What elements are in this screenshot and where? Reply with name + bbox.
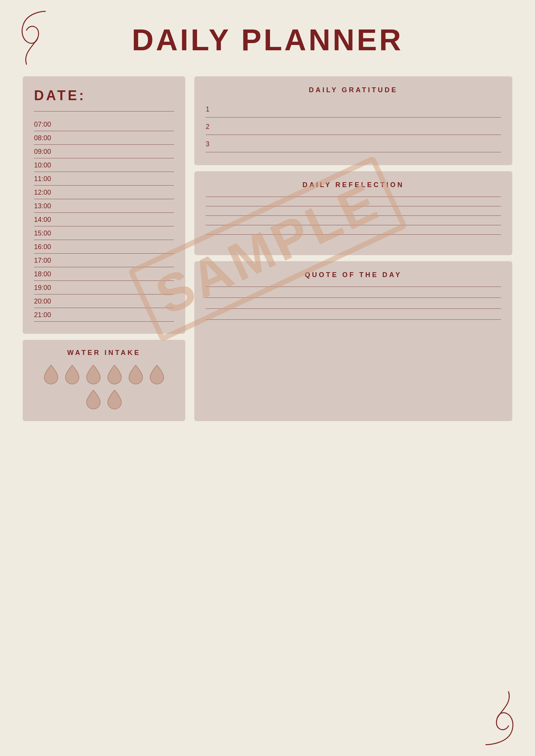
time-slot: 21:00	[34, 309, 174, 322]
time-slot: 16:00	[34, 241, 174, 254]
left-panel: DATE: 07:0008:0009:0010:0011:0012:0013:0…	[23, 76, 185, 421]
content-area: DATE: 07:0008:0009:0010:0011:0012:0013:0…	[0, 76, 535, 421]
time-slot: 18:00	[34, 268, 174, 281]
water-drop-icon	[43, 364, 59, 385]
time-slot: 19:00	[34, 282, 174, 294]
time-label: 14:00	[34, 216, 60, 224]
quote-line	[206, 297, 501, 298]
time-slot: 12:00	[34, 186, 174, 199]
gratitude-title: DAILY GRATITUDE	[206, 86, 501, 94]
time-label: 16:00	[34, 243, 60, 251]
time-label: 07:00	[34, 121, 60, 129]
schedule-box: DATE: 07:0008:0009:0010:0011:0012:0013:0…	[23, 76, 185, 334]
quote-lines	[206, 287, 501, 320]
reflection-line	[206, 206, 501, 206]
date-label: DATE:	[34, 88, 174, 104]
reflection-lines	[206, 197, 501, 235]
water-drop-icon	[85, 364, 102, 385]
time-label: 13:00	[34, 202, 60, 210]
reflection-box: DAILY REFELECTION	[194, 171, 512, 255]
time-label: 10:00	[34, 161, 60, 169]
water-drop-icon	[85, 389, 102, 410]
gratitude-items: 123	[206, 102, 501, 152]
time-label: 11:00	[34, 175, 60, 183]
time-slot: 13:00	[34, 200, 174, 213]
gratitude-number: 3	[206, 140, 217, 148]
water-drop-icon	[149, 364, 165, 385]
reflection-line	[206, 234, 501, 235]
quote-line	[206, 319, 501, 320]
date-input-line	[34, 111, 174, 112]
time-label: 18:00	[34, 270, 60, 278]
gratitude-item: 1	[206, 102, 501, 118]
time-slot: 20:00	[34, 295, 174, 308]
time-label: 08:00	[34, 134, 60, 142]
time-label: 12:00	[34, 189, 60, 197]
gratitude-number: 2	[206, 123, 217, 131]
gratitude-number: 1	[206, 105, 217, 113]
time-slot: 17:00	[34, 254, 174, 267]
quote-title: QUOTE OF THE DAY	[206, 271, 501, 279]
time-slot: 10:00	[34, 159, 174, 172]
water-intake-title: WATER INTAKE	[34, 349, 174, 357]
swirl-bottom-decoration	[471, 684, 520, 748]
water-drop-icon	[64, 364, 81, 385]
time-label: 09:00	[34, 148, 60, 156]
water-drop-icon	[106, 389, 123, 410]
time-label: 20:00	[34, 297, 60, 305]
water-drop-icon	[127, 364, 144, 385]
water-intake-box: WATER INTAKE	[23, 340, 185, 421]
time-label: 21:00	[34, 311, 60, 319]
gratitude-item: 3	[206, 136, 501, 152]
swirl-top-decoration	[15, 8, 60, 68]
quote-line	[206, 308, 501, 309]
time-label: 19:00	[34, 284, 60, 292]
reflection-line	[206, 225, 501, 225]
time-label: 15:00	[34, 229, 60, 237]
time-label: 17:00	[34, 257, 60, 265]
time-slot: 07:00	[34, 118, 174, 131]
water-drop-icon	[106, 364, 123, 385]
page-title: DAILY PLANNER	[0, 0, 535, 76]
time-slot: 08:00	[34, 132, 174, 145]
quote-box: QUOTE OF THE DAY	[194, 261, 512, 421]
time-slot: 09:00	[34, 146, 174, 158]
quote-line	[206, 287, 501, 287]
gratitude-item: 2	[206, 119, 501, 135]
right-panel: DAILY GRATITUDE 123 DAILY REFELECTION QU…	[194, 76, 512, 421]
time-slot: 15:00	[34, 227, 174, 240]
reflection-title: DAILY REFELECTION	[206, 181, 501, 189]
gratitude-box: DAILY GRATITUDE 123	[194, 76, 512, 165]
water-drops-container	[34, 364, 174, 410]
reflection-line	[206, 215, 501, 216]
reflection-line	[206, 197, 501, 197]
time-slots-container: 07:0008:0009:0010:0011:0012:0013:0014:00…	[34, 118, 174, 322]
time-slot: 11:00	[34, 173, 174, 186]
time-slot: 14:00	[34, 214, 174, 226]
